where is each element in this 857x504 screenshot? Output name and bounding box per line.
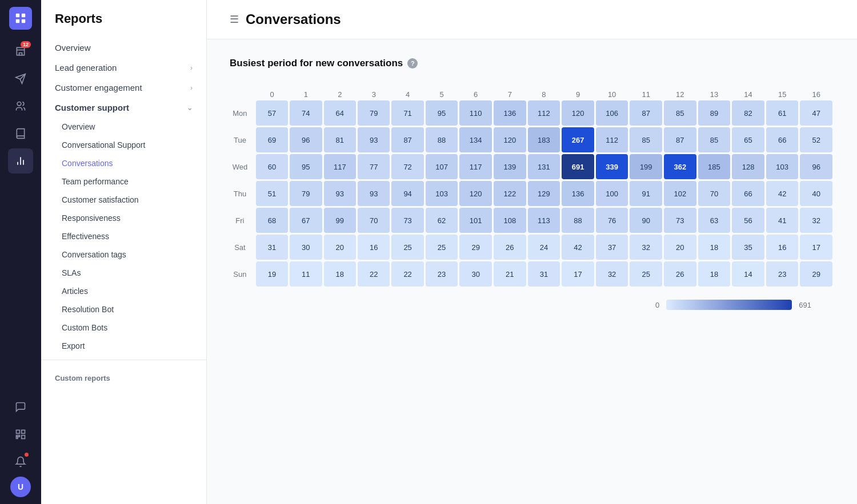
heat-cell: 11 xyxy=(290,261,322,287)
heat-cell: 117 xyxy=(324,154,357,179)
heat-cell: 113 xyxy=(528,208,560,233)
knowledge-nav-icon[interactable] xyxy=(8,121,33,146)
heatmap-row: Tue6996819387881341201832671128587856566… xyxy=(231,127,832,152)
nav-sub-resolution-bot[interactable]: Resolution Bot xyxy=(41,300,206,318)
heat-cell: 14 xyxy=(732,261,764,287)
heat-cell: 87 xyxy=(391,127,423,152)
svg-rect-0 xyxy=(16,14,19,17)
nav-sub-responsiveness[interactable]: Responsiveness xyxy=(41,209,206,227)
svg-rect-12 xyxy=(22,436,25,439)
heat-cell: 42 xyxy=(766,181,799,206)
hour-label: 5 xyxy=(426,87,458,99)
user-avatar[interactable]: U xyxy=(10,477,31,497)
heat-cell: 66 xyxy=(766,127,799,152)
apps-nav-icon[interactable] xyxy=(8,422,33,447)
heat-cell: 18 xyxy=(324,261,357,287)
heat-cell: 29 xyxy=(800,261,832,287)
nav-title: Reports xyxy=(41,11,206,38)
heat-cell: 362 xyxy=(664,154,696,179)
heatmap-row: Sat3130201625252926244237322018351617 xyxy=(231,235,832,260)
nav-sub-custom-bots[interactable]: Custom Bots xyxy=(41,318,206,337)
nav-sub-conv-tags[interactable]: Conversation tags xyxy=(41,245,206,264)
legend-bar xyxy=(666,300,792,310)
heat-cell: 23 xyxy=(426,261,458,287)
hour-label: 12 xyxy=(664,87,696,99)
nav-customer-engagement[interactable]: Customer engagement › xyxy=(41,78,206,98)
heat-cell: 100 xyxy=(596,181,628,206)
legend-container: 0 691 xyxy=(230,300,834,310)
heat-cell: 22 xyxy=(391,261,423,287)
nav-sub-team-perf[interactable]: Team performance xyxy=(41,172,206,191)
heat-cell: 85 xyxy=(698,127,731,152)
hamburger-icon[interactable]: ☰ xyxy=(230,13,239,26)
chevron-icon: › xyxy=(190,64,193,72)
hour-label: 4 xyxy=(391,87,423,99)
heat-cell: 47 xyxy=(800,100,832,126)
heat-cell: 20 xyxy=(664,235,696,260)
icon-sidebar: 12 U xyxy=(0,0,41,504)
heat-cell: 52 xyxy=(800,127,832,152)
heat-cell: 94 xyxy=(391,181,423,206)
nav-sub-conv-support[interactable]: Conversational Support xyxy=(41,136,206,154)
heat-cell: 76 xyxy=(596,208,628,233)
heat-cell: 267 xyxy=(562,127,594,152)
heat-cell: 93 xyxy=(358,127,390,152)
heat-cell: 88 xyxy=(426,127,458,152)
heatmap-row: Thu5179939394103120122129136100911027066… xyxy=(231,181,832,206)
heat-cell: 139 xyxy=(494,154,526,179)
custom-reports-label: Custom reports xyxy=(41,365,206,387)
send-nav-icon[interactable] xyxy=(8,66,33,91)
nav-sub-overview[interactable]: Overview xyxy=(41,118,206,136)
heat-cell: 26 xyxy=(664,261,696,287)
messages-nav-icon[interactable] xyxy=(8,394,33,420)
page-title: Conversations xyxy=(246,11,341,27)
heat-cell: 71 xyxy=(391,100,423,126)
hour-label: 6 xyxy=(459,87,492,99)
hour-label: 11 xyxy=(630,87,662,99)
contacts-nav-icon[interactable] xyxy=(8,94,33,119)
nav-lead-generation[interactable]: Lead generation › xyxy=(41,58,206,78)
info-icon[interactable]: ? xyxy=(407,58,418,68)
nav-customer-support[interactable]: Customer support ⌄ xyxy=(41,98,206,118)
heat-cell: 32 xyxy=(800,208,832,233)
heatmap-row: Fri6867997073621011081138876907363564132 xyxy=(231,208,832,233)
app-logo[interactable] xyxy=(9,7,32,30)
heat-cell: 120 xyxy=(494,127,526,152)
heat-cell: 79 xyxy=(358,100,390,126)
nav-sub-effectiveness[interactable]: Effectiveness xyxy=(41,227,206,245)
heat-cell: 32 xyxy=(630,235,662,260)
heat-cell: 31 xyxy=(256,235,288,260)
reports-nav-icon[interactable] xyxy=(8,148,33,174)
chevron-down-icon: ⌄ xyxy=(187,104,193,112)
heat-cell: 37 xyxy=(596,235,628,260)
heat-cell: 108 xyxy=(494,208,526,233)
svg-rect-11 xyxy=(22,430,25,434)
heat-cell: 30 xyxy=(290,235,322,260)
nav-sub-conversations[interactable]: Conversations xyxy=(41,154,206,172)
heat-cell: 136 xyxy=(494,100,526,126)
heat-cell: 73 xyxy=(391,208,423,233)
heat-cell: 91 xyxy=(630,181,662,206)
heat-cell: 112 xyxy=(596,127,628,152)
nav-overview[interactable]: Overview xyxy=(41,38,206,58)
heat-cell: 199 xyxy=(630,154,662,179)
nav-sub-slas[interactable]: SLAs xyxy=(41,264,206,282)
svg-rect-3 xyxy=(22,19,25,23)
nav-sub-csat[interactable]: Customer satisfaction xyxy=(41,191,206,209)
heat-cell: 106 xyxy=(596,100,628,126)
content-area: Busiest period for new conversations ? 0… xyxy=(207,39,857,328)
heat-cell: 112 xyxy=(528,100,560,126)
nav-sub-export[interactable]: Export xyxy=(41,337,206,355)
svg-rect-1 xyxy=(22,14,25,17)
legend-min: 0 xyxy=(655,301,659,309)
inbox-nav-icon[interactable]: 12 xyxy=(8,39,33,64)
bell-nav-icon[interactable] xyxy=(8,449,33,474)
legend-max: 691 xyxy=(799,301,811,309)
heatmap-row: Sun1911182222233021311732252618142329 xyxy=(231,261,832,287)
heat-cell: 65 xyxy=(732,127,764,152)
heat-cell: 81 xyxy=(324,127,357,152)
heat-cell: 74 xyxy=(290,100,322,126)
hour-label: 14 xyxy=(732,87,764,99)
day-label: Wed xyxy=(231,154,254,179)
nav-sub-articles[interactable]: Articles xyxy=(41,282,206,300)
